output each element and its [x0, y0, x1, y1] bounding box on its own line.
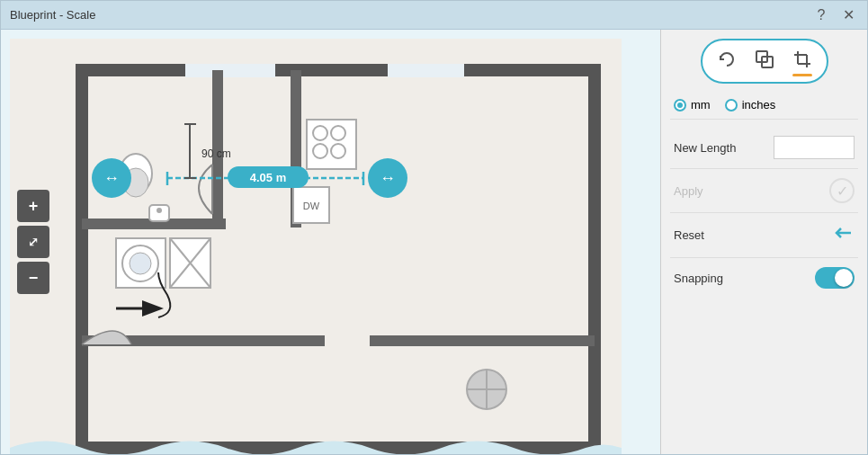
svg-text:DW: DW — [303, 201, 320, 211]
canvas-area: DW — [1, 30, 660, 454]
mm-radio[interactable] — [674, 99, 686, 112]
rotate-button[interactable] — [710, 44, 744, 78]
snapping-row: Snapping — [670, 258, 858, 298]
svg-point-13 — [157, 208, 162, 213]
svg-rect-0 — [10, 39, 622, 454]
apply-check-button[interactable]: ✓ — [829, 178, 855, 203]
reset-row: Reset — [670, 213, 858, 258]
svg-rect-8 — [370, 335, 595, 346]
svg-rect-14 — [307, 120, 356, 169]
toolbar-group — [701, 39, 828, 84]
floor-plan: DW — [10, 39, 622, 454]
snapping-label: Snapping — [674, 272, 723, 285]
window-title: Blueprint - Scale — [10, 8, 95, 22]
reset-label: Reset — [674, 228, 704, 242]
toggle-knob — [835, 269, 853, 287]
zoom-in-button[interactable]: + — [17, 190, 49, 222]
close-button[interactable]: ✕ — [838, 5, 858, 25]
svg-rect-3 — [388, 64, 464, 77]
svg-point-23 — [130, 253, 151, 274]
inches-option[interactable]: inches — [725, 98, 776, 112]
main-content: DW — [1, 30, 867, 454]
snapping-toggle[interactable] — [815, 267, 855, 289]
new-length-label: New Length — [674, 141, 736, 155]
app-window: Blueprint - Scale ? ✕ — [0, 0, 868, 455]
title-bar: Blueprint - Scale ? ✕ — [1, 1, 867, 30]
reset-icon[interactable] — [833, 222, 855, 248]
mm-label: mm — [691, 98, 711, 112]
svg-text:↔: ↔ — [380, 169, 396, 187]
inches-label: inches — [742, 98, 776, 112]
scale-icon — [755, 49, 774, 74]
zoom-fit-button[interactable]: ⤢ — [17, 226, 49, 258]
inches-radio[interactable] — [725, 99, 738, 112]
apply-row: Apply ✓ — [670, 169, 858, 213]
crop-button[interactable] — [785, 44, 819, 78]
crop-icon — [792, 49, 812, 74]
rotate-icon — [717, 49, 737, 74]
zoom-out-button[interactable]: − — [17, 262, 49, 294]
svg-text:4.05 m: 4.05 m — [250, 171, 286, 184]
new-length-input[interactable] — [774, 136, 855, 159]
help-button[interactable]: ? — [811, 5, 831, 25]
apply-label: Apply — [674, 184, 703, 198]
svg-rect-4 — [212, 70, 223, 223]
svg-rect-2 — [185, 64, 275, 77]
unit-selector: mm inches — [670, 91, 858, 120]
title-actions: ? ✕ — [811, 5, 858, 25]
scale-button[interactable] — [747, 44, 782, 78]
new-length-row: New Length — [670, 127, 858, 169]
zoom-controls: + ⤢ − — [17, 190, 49, 294]
svg-text:↔: ↔ — [103, 169, 120, 187]
toolbar-row — [670, 39, 858, 84]
svg-text:90 cm: 90 cm — [201, 147, 231, 160]
right-panel: mm inches New Length Apply ✓ Reset — [660, 30, 867, 454]
mm-option[interactable]: mm — [674, 98, 711, 112]
